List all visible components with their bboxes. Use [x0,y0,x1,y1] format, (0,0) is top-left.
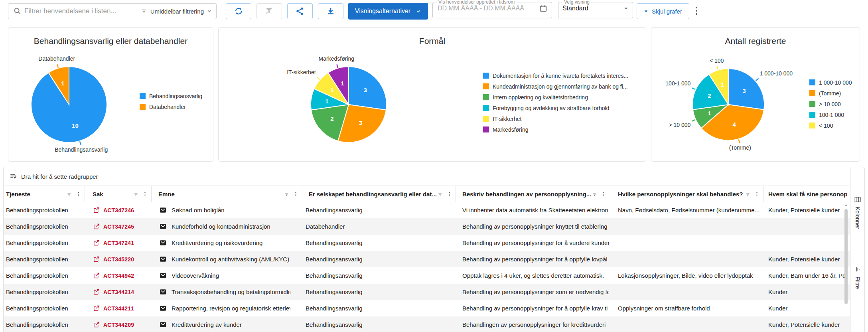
legend-item[interactable]: IT-sikkerhet [483,113,628,124]
pie-callout-label: Behandlingsansvarlig [55,146,108,153]
column-header-3[interactable]: Emne [152,186,302,202]
share-icon [295,6,305,16]
cell-ansvarlig: Behandlingsansvarlig [306,267,452,284]
legend-swatch [809,101,815,107]
search-input[interactable] [24,7,140,16]
instant-filter-label: Umiddelbar filtrering [150,8,204,15]
date-range-field[interactable]: Vis henvendelser opprettet i tidsrom [432,0,552,18]
legend-item[interactable]: > 10 000 [809,99,852,109]
view-options-button[interactable]: Visningsalternativer [348,3,428,20]
table-row[interactable]: BehandlingsprotokollenACT347246Søknad om… [4,202,851,218]
tab-filtre[interactable]: Filtre [854,266,861,289]
case-link[interactable]: ACT344209 [103,322,134,328]
legend-item[interactable]: Kundeadministrasjon og gjennomføring av … [483,81,628,92]
pie-value-label: 3 [742,87,746,94]
legend-item[interactable]: Markedsføring [483,124,628,135]
pie-slice[interactable] [728,69,764,110]
header-filter-icon[interactable] [283,191,290,198]
legend-swatch [483,105,489,111]
legend-item[interactable]: Forebygging og avdekking av straffbare f… [483,103,628,113]
row-group-dropzone[interactable]: Dra hit for å sette radgrupper [4,167,864,186]
table-row[interactable]: BehandlingsprotokollenACT344209Kredittvu… [4,316,851,332]
date-range-input[interactable] [437,4,530,12]
legend-item[interactable]: 100-1 000 [809,109,852,120]
column-header-4[interactable]: Er selskapet behandlingsansvarlig eller … [302,186,456,202]
cell-sak[interactable]: ACT345220 [93,251,149,267]
case-link[interactable]: ACT344214 [103,289,134,295]
table-row[interactable]: BehandlingsprotokollenACT344211Rapporter… [4,300,851,316]
scrollbar-thumb[interactable] [844,209,848,304]
cell-hvilke [618,251,761,267]
legend-swatch [809,90,815,96]
column-menu-icon[interactable] [293,191,299,198]
header-filter-icon[interactable] [132,191,139,198]
case-link[interactable]: ACT344211 [103,305,134,312]
column-menu-icon[interactable] [601,191,607,198]
table-row[interactable]: BehandlingsprotokollenACT344214Transaksj… [4,284,851,300]
legend-item[interactable]: Databehandler [140,101,202,112]
pie-slice[interactable] [349,67,387,110]
column-header-label: Hvem skal få sine personopp [768,191,847,198]
cell-sak[interactable]: ACT344209 [93,316,149,332]
header-filter-icon[interactable] [437,191,444,198]
pie-callout-label: IT-sikkerhet [287,69,316,75]
calendar-icon[interactable] [539,4,548,13]
cell-sak[interactable]: ACT344214 [93,284,149,300]
refresh-button[interactable] [226,3,251,19]
header-filter-icon[interactable] [66,191,73,198]
open-case-icon [93,272,100,279]
vertical-scrollbar[interactable]: ▲ [844,203,848,332]
case-link[interactable]: ACT347246 [103,207,134,213]
more-menu-button[interactable] [696,7,698,15]
legend-item[interactable]: (Tomme) [809,88,852,99]
table-row[interactable]: BehandlingsprotokollenACT347245Kundeforh… [4,218,851,235]
download-button[interactable] [318,3,343,19]
cell-sak[interactable]: ACT344942 [93,267,149,284]
cell-beskriv: Behandling av personopplysninger for å o… [462,251,609,267]
column-header-6[interactable]: Hvilke personopplysninger skal behandles… [610,186,763,202]
hide-charts-label: Skjul grafer [652,8,682,15]
cell-sak[interactable]: ACT347246 [93,202,149,218]
view-select-field[interactable]: Velg visning Standard [558,0,633,18]
column-header-1[interactable]: Tjeneste [4,186,85,202]
cell-sak[interactable]: ACT347245 [93,218,149,235]
legend-swatch [483,94,489,100]
pie-value-label: 3 [363,87,367,93]
header-filter-icon[interactable] [744,191,751,198]
scroll-up-icon[interactable]: ▲ [844,203,848,207]
cell-sak[interactable]: ACT344211 [93,300,149,316]
column-header-2[interactable]: Sak [85,186,152,202]
case-link[interactable]: ACT345220 [103,256,134,263]
case-link[interactable]: ACT344942 [103,273,134,279]
table-row[interactable]: BehandlingsprotokollenACT345220Kundekont… [4,251,851,267]
column-header-7[interactable]: Hvem skal få sine personopp [763,186,851,202]
tab-kolonner[interactable]: Kolonner [854,196,861,229]
table-row[interactable]: BehandlingsprotokollenACT347241Kredittvu… [4,235,851,251]
legend-item[interactable]: Behandlingsansvarlig [140,91,202,101]
column-menu-icon[interactable] [754,191,760,198]
mail-icon [159,272,167,279]
legend-item[interactable]: Dokumentasjon for å kunne ivareta foreta… [483,70,628,81]
column-header-5[interactable]: Beskriv behandlingen av personopplysning… [456,186,610,202]
case-link[interactable]: ACT347241 [103,240,134,246]
cell-hvilke: Opplysninger om straffbare forhold [618,300,761,316]
cell-sak[interactable]: ACT347241 [93,235,149,251]
case-link[interactable]: ACT347245 [103,223,134,230]
legend-label: Dokumentasjon for å kunne ivareta foreta… [493,73,628,79]
legend-item[interactable]: 1 000-10 000 [809,77,852,88]
header-filter-icon[interactable] [591,191,598,198]
legend-item[interactable]: Intern opplæring og kvalitetsforbedring [483,92,628,103]
row-groups-icon [9,172,17,180]
legend-item[interactable]: < 100 [809,120,852,131]
column-menu-icon[interactable] [75,191,81,198]
legend-label: Forebygging og avdekking av straffbare f… [493,105,609,111]
cell-emne: Kundekontroll og antihvitvasking (AML/KY… [159,251,290,267]
hide-charts-button[interactable]: Skjul grafer [637,3,689,19]
share-button[interactable] [287,3,313,19]
search-box[interactable]: Umiddelbar filtrering [8,3,217,19]
cell-hvem: Kunder, Potensielle kunder [768,251,849,267]
instant-filter-dropdown[interactable]: Umiddelbar filtrering [140,8,216,15]
column-menu-icon[interactable] [142,191,148,198]
table-row[interactable]: BehandlingsprotokollenACT344942Videoover… [4,267,851,284]
column-menu-icon[interactable] [446,191,452,198]
